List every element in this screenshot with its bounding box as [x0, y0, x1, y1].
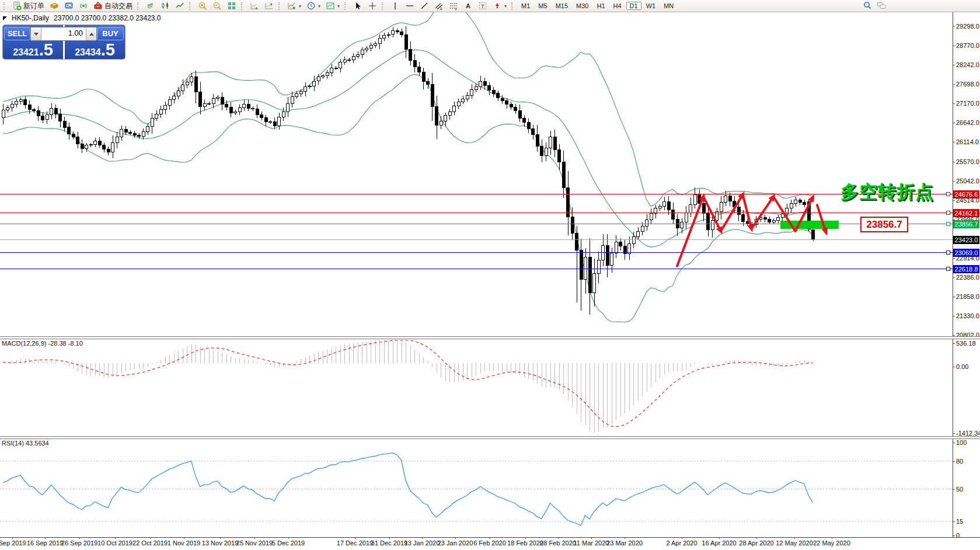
timeframe-m5[interactable]: M5	[535, 2, 550, 10]
text-icon: A	[463, 1, 473, 11]
chart-shift-button[interactable]	[262, 1, 276, 11]
line-chart-icon	[175, 1, 184, 11]
toolbar-grip[interactable]	[382, 2, 385, 10]
date-label: 18 Feb 2020	[507, 539, 543, 546]
highlight-rectangle[interactable]	[780, 221, 839, 229]
crosshair-button[interactable]	[365, 1, 379, 11]
periods-icon	[306, 1, 316, 11]
volume-decrease-button[interactable]	[31, 27, 41, 40]
macd-histogram	[4, 340, 814, 433]
date-label: 17 Dec 2019	[337, 539, 373, 546]
timeframe-m30[interactable]: M30	[573, 2, 592, 10]
chat-icon[interactable]	[876, 1, 887, 10]
auto-scroll-icon	[250, 1, 259, 11]
candlestick-chart-button[interactable]	[158, 1, 172, 11]
timeframe-d1[interactable]: D1	[626, 2, 641, 10]
rsi-name: RSI(14)	[2, 440, 24, 447]
pane-separator-rsi[interactable]	[0, 436, 980, 439]
sell-price-frac: .5	[39, 40, 53, 59]
turning-point-annotation[interactable]: 多空转折点	[841, 180, 934, 204]
toolbar-grip[interactable]	[4, 2, 7, 10]
zigzag-annotation[interactable]	[677, 192, 828, 266]
buy-button[interactable]: BUY	[97, 27, 124, 40]
timeframe-m15[interactable]: M15	[552, 2, 571, 10]
signals-icon	[79, 1, 88, 11]
date-label: 22 Oct 2019	[132, 539, 168, 546]
rsi-label: RSI(14) 43.5634	[2, 440, 49, 447]
svg-text:E: E	[440, 7, 442, 11]
level-price-box: 24162.1	[953, 209, 979, 217]
rsi-level-lines	[0, 461, 953, 521]
arrow-objects-button[interactable]: ▾	[490, 1, 509, 11]
autotrading-button[interactable]: 自动交易	[91, 1, 135, 11]
volume-input[interactable]: 1.00	[41, 27, 86, 40]
price-callout-box[interactable]: 23856.7	[860, 217, 908, 232]
macd-values: -28.38 -8.10	[48, 340, 82, 347]
text-label-button[interactable]: T	[476, 1, 490, 11]
date-label: 11 Mar 2020	[574, 539, 609, 546]
rsi-line	[3, 453, 813, 525]
vertical-line-icon	[390, 1, 400, 11]
horizontal-level-lines[interactable]	[0, 193, 953, 271]
market-watch-button[interactable]	[47, 1, 61, 11]
timeframe-w1[interactable]: W1	[643, 2, 660, 10]
toolbar-grip[interactable]	[241, 2, 245, 10]
timeframe-m1[interactable]: M1	[518, 2, 533, 10]
templates-button[interactable]: ▾	[323, 1, 342, 11]
bar-chart-button[interactable]	[144, 1, 158, 11]
toolbar-grip[interactable]	[189, 2, 193, 10]
indicators-button[interactable]: ▾	[285, 1, 304, 11]
navigator-button[interactable]	[62, 1, 76, 11]
macd-name: MACD(12,26,9)	[2, 340, 46, 347]
zoom-out-button[interactable]	[210, 1, 224, 11]
candles	[2, 26, 815, 315]
auto-scroll-button[interactable]	[247, 1, 261, 11]
pane-separator-macd[interactable]	[0, 336, 980, 339]
current-price-box: 23423.0	[953, 236, 979, 244]
buy-button-label: BUY	[102, 29, 118, 38]
toolbar-grip[interactable]	[344, 2, 348, 10]
zoom-in-button[interactable]	[196, 1, 210, 11]
tile-windows-button[interactable]	[225, 1, 239, 11]
vertical-line-button[interactable]	[388, 1, 402, 11]
new-order-button[interactable]: 新订单	[10, 1, 47, 11]
price-tick-label: 22914.0	[956, 255, 979, 262]
trendline-button[interactable]	[417, 1, 431, 11]
autotrading-icon	[93, 1, 103, 11]
level-price-box: 23069.0	[953, 249, 979, 257]
macd-label: MACD(12,26,9) -28.38 -8.10	[2, 340, 83, 347]
volume-increase-button[interactable]	[86, 27, 96, 40]
toolbar-grip[interactable]	[137, 2, 141, 10]
search-icon[interactable]	[863, 1, 872, 10]
horizontal-line-button[interactable]	[403, 1, 417, 11]
text-button[interactable]: A	[461, 1, 475, 11]
line-chart-button[interactable]	[173, 1, 187, 11]
price-axis-line	[953, 12, 953, 537]
periods-button[interactable]: ▾	[304, 1, 323, 11]
level-price-box: 23856.7	[953, 220, 979, 228]
chevron-down-icon: ▾	[504, 4, 507, 9]
date-label: 31 Dec 2019	[371, 539, 407, 546]
cursor-button[interactable]	[351, 1, 365, 11]
date-label: 28 Feb 2020	[540, 539, 576, 546]
timeframe-h1[interactable]: H1	[593, 2, 608, 10]
chart-header: HK50-,Daily 23700.0 23700.0 23382.0 2342…	[3, 14, 161, 22]
toolbar-grip[interactable]	[511, 2, 515, 10]
new-order-label: 新订单	[23, 1, 44, 11]
equidistant-channel-button[interactable]: E	[432, 1, 446, 11]
chart-canvas	[0, 0, 953, 550]
fibonacci-button[interactable]: F	[447, 1, 461, 11]
date-label: 23 Jan 2020	[438, 539, 473, 546]
main-toolbar: 新订单 自动交易 ▾ ▾ ▾ E F A T ▾ M1M5M15M30H1H4D…	[0, 0, 980, 12]
sell-button[interactable]: SELL	[4, 27, 30, 40]
timeframe-h4[interactable]: H4	[610, 2, 625, 10]
toolbar-grip[interactable]	[278, 2, 282, 10]
indicators-icon	[287, 1, 297, 11]
timeframe-mn[interactable]: MN	[660, 2, 677, 10]
chart-corner-icon	[3, 16, 7, 20]
toolbar-right-group	[863, 1, 887, 10]
price-tick-label: 26642.0	[956, 119, 979, 126]
price-tick-label: 28770.0	[956, 42, 979, 49]
signals-button[interactable]	[76, 1, 90, 11]
date-label: 16 Sep 2019	[27, 539, 63, 546]
